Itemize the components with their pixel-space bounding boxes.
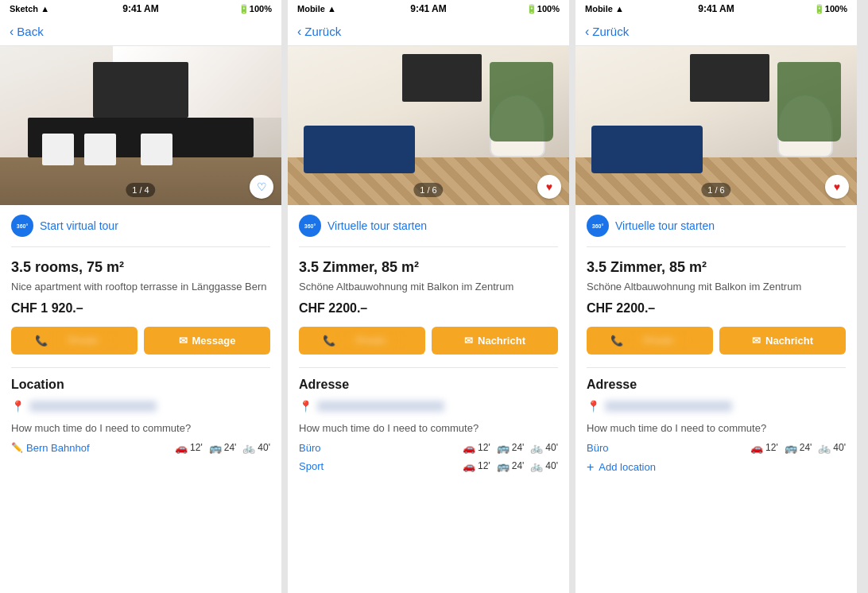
message-label: Nachricht [765, 335, 813, 347]
message-label: Message [192, 335, 236, 347]
plant-decoration [490, 62, 553, 141]
phone-number-blurred: Private [340, 335, 401, 345]
commute-row-0: ✏️ Bern Bahnhof🚗12'🚌24'🚲40' [11, 442, 270, 454]
commute-time-value: 12' [478, 460, 490, 471]
virtual-tour-label[interactable]: Virtuelle tour starten [615, 219, 715, 232]
message-button[interactable]: ✉ Message [144, 327, 270, 355]
back-button[interactable]: ‹ Back [10, 25, 44, 39]
action-buttons: 📞 Private ✉ Nachricht [587, 327, 846, 355]
commute-time-value: 40' [833, 442, 846, 453]
back-chevron-icon: ‹ [297, 25, 301, 39]
property-image: 1 / 6♥ [288, 46, 569, 205]
commute-mode-icon: 🚗 [463, 460, 475, 472]
property-title: 3.5 Zimmer, 85 m² [587, 258, 846, 277]
status-time: 9:41 AM [410, 3, 447, 14]
nav-header: ‹ Back [0, 17, 281, 46]
commute-time-value: 40' [258, 442, 270, 453]
commute-time-item: 🚲40' [818, 442, 846, 454]
address-row: 📍 [299, 400, 558, 413]
commute-time-value: 12' [478, 442, 490, 453]
status-icons: 🔋100% [526, 4, 560, 14]
status-icons: 🔋100% [814, 4, 847, 14]
message-button[interactable]: ✉ Nachricht [432, 327, 558, 355]
add-location-label[interactable]: Add location [599, 461, 656, 473]
commute-time-item: 🚲40' [530, 442, 558, 454]
commute-time-value: 24' [800, 442, 812, 453]
address-row: 📍 [11, 400, 270, 413]
commute-mode-icon: 🚌 [497, 460, 510, 472]
commute-time-value: 24' [512, 442, 525, 453]
virtual-tour-row[interactable]: 360° Virtuelle tour starten [299, 215, 558, 247]
phone-number-blurred: Private [52, 335, 114, 345]
commute-times: 🚗12'🚌24'🚲40' [463, 442, 558, 454]
property-content: 360° Virtuelle tour starten 3.5 Zimmer, … [288, 205, 569, 593]
property-title: 3.5 rooms, 75 m² [11, 258, 270, 277]
commute-question: How much time do I need to commute? [299, 422, 558, 434]
property-image: 1 / 4♡ [0, 46, 281, 205]
address-blurred [29, 401, 157, 412]
property-description: Nice apartment with rooftop terrasse in … [11, 280, 270, 294]
add-location-button[interactable]: + Add location [587, 460, 846, 475]
battery-label: 🔋100% [526, 4, 560, 14]
address-blurred [317, 401, 444, 412]
commute-time-item: 🚌24' [785, 442, 812, 454]
signal-label: Mobile ▲ [297, 4, 336, 14]
call-button[interactable]: 📞 Private [299, 327, 425, 355]
commute-row-0: Büro🚗12'🚌24'🚲40' [587, 442, 846, 454]
commute-mode-icon: 🚌 [209, 442, 222, 454]
commute-location-label[interactable]: ✏️ Bern Bahnhof [11, 442, 90, 454]
virtual-tour-row[interactable]: 360° Virtuelle tour starten [587, 215, 846, 247]
status-bar: Mobile ▲ 9:41 AM 🔋100% [288, 0, 569, 17]
commute-mode-icon: 🚲 [818, 442, 831, 454]
tv-decoration [690, 54, 769, 102]
tv-decoration [402, 54, 482, 102]
address-blurred [605, 401, 732, 412]
tour-badge: 360° [299, 215, 321, 237]
pin-icon: 📍 [299, 400, 312, 413]
commute-mode-icon: 🚗 [463, 442, 475, 454]
call-button[interactable]: 📞 Private [11, 327, 138, 355]
virtual-tour-row[interactable]: 360° Start virtual tour [11, 215, 270, 247]
phone-frame-phone2: Mobile ▲ 9:41 AM 🔋100% ‹ Zurück 1 / 6♥ 3… [288, 0, 569, 593]
nav-header: ‹ Zurück [288, 17, 569, 46]
commute-time-value: 24' [512, 460, 525, 471]
heart-button[interactable]: ♥ [537, 175, 561, 199]
heart-button[interactable]: ♡ [250, 175, 273, 199]
room-scene [288, 46, 569, 205]
phone-icon: 📞 [610, 335, 623, 347]
commute-times: 🚗12'🚌24'🚲40' [175, 442, 270, 454]
virtual-tour-label[interactable]: Virtuelle tour starten [327, 219, 427, 232]
commute-time-item: 🚌24' [497, 442, 525, 454]
back-label[interactable]: Back [17, 25, 43, 38]
battery-label: 🔋100% [814, 4, 847, 14]
section-divider [587, 367, 846, 368]
back-label[interactable]: Zurück [304, 25, 341, 38]
action-buttons: 📞 Private ✉ Nachricht [299, 327, 558, 355]
action-buttons: 📞 Private ✉ Message [11, 327, 270, 355]
commute-mode-icon: 🚲 [530, 460, 543, 472]
message-icon: ✉ [179, 335, 188, 347]
signal-label: Sketch ▲ [10, 4, 49, 14]
back-label[interactable]: Zurück [592, 25, 629, 38]
message-icon: ✉ [752, 335, 761, 347]
location-section-title: Adresse [587, 378, 846, 392]
image-counter: 1 / 6 [413, 183, 443, 197]
back-button[interactable]: ‹ Zurück [585, 25, 629, 39]
status-icons: 🔋100% [238, 4, 272, 14]
chair-deco2 [84, 134, 116, 165]
call-button[interactable]: 📞 Private [587, 327, 713, 355]
back-chevron-icon: ‹ [585, 25, 589, 39]
commute-time-value: 12' [190, 442, 203, 453]
room-scene [575, 46, 857, 205]
heart-button[interactable]: ♥ [825, 175, 849, 199]
location-section-title: Adresse [299, 378, 558, 392]
virtual-tour-label[interactable]: Start virtual tour [40, 219, 118, 232]
message-button[interactable]: ✉ Nachricht [719, 327, 846, 355]
commute-mode-icon: 🚲 [242, 442, 255, 454]
back-button[interactable]: ‹ Zurück [297, 25, 341, 39]
commute-time-item: 🚲40' [530, 460, 558, 472]
image-counter: 1 / 4 [126, 183, 155, 197]
commute-location-label: Sport [299, 460, 370, 472]
status-bar: Mobile ▲ 9:41 AM 🔋100% [575, 0, 857, 17]
address-row: 📍 [587, 400, 846, 413]
